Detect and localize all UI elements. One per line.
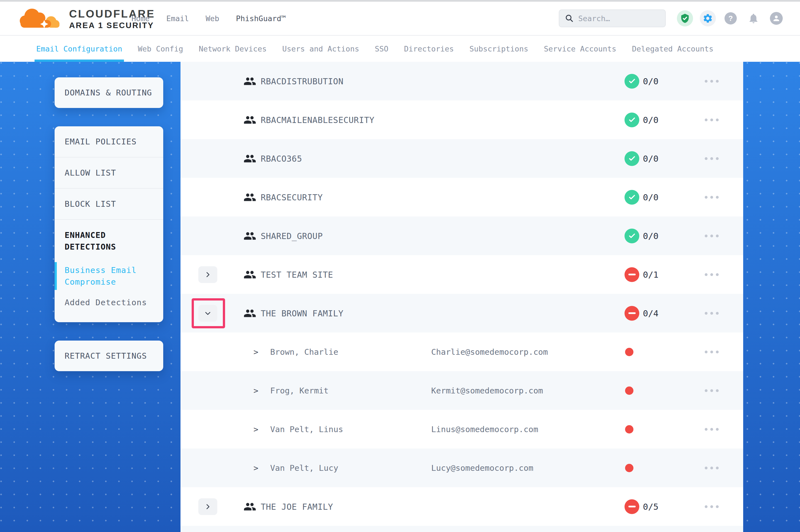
sidebar: DOMAINS & ROUTINGEMAIL POLICIESALLOW LIS… [55,77,163,371]
member-chevron-icon[interactable]: > [254,424,258,434]
notifications-button[interactable] [745,10,762,26]
sidebar-item-added-detections[interactable]: Added Detections [65,292,153,313]
group-row-the-joe-family[interactable]: THE JOE FAMILY 0/5 [181,487,743,526]
sidebar-item-email-policies[interactable]: EMAIL POLICIES [55,126,163,157]
member-name: Van Pelt, Lucy [270,463,338,473]
member-name: Brown, Charlie [270,347,338,357]
member-row-brown-charlie[interactable]: > Brown, Charlie Charlie@somedemocorp.co… [181,332,743,371]
row-menu-button[interactable] [703,78,721,85]
group-people-icon [243,268,256,281]
group-row-rbacsecurity[interactable]: RBACSECURITY 0/0 [181,178,743,216]
tab-service-accounts[interactable]: Service Accounts [544,36,616,62]
group-row-rbaco365[interactable]: RBACO365 0/0 [181,139,743,178]
member-chevron-icon[interactable]: > [254,347,258,357]
row-menu-button[interactable] [703,464,721,472]
group-row-the-brown-family[interactable]: THE BROWN FAMILY 0/4 [181,294,743,332]
nav-link-web[interactable]: Web [205,14,219,23]
account-button[interactable] [768,10,784,26]
row-menu-button[interactable] [703,116,721,124]
section-tabs: Email ConfigurationWeb ConfigNetwork Dev… [0,36,800,62]
sidebar-card: EMAIL POLICIESALLOW LISTBLOCK LISTENHANC… [55,126,163,322]
group-row-rbacdistrubution[interactable]: RBACDISTRUBUTION 0/0 [181,62,743,100]
member-row-van-pelt-linus[interactable]: > Van Pelt, Linus Linus@somedemocorp.com [181,410,743,449]
expand-toggle-button[interactable] [198,305,217,322]
row-menu-button[interactable] [703,232,721,240]
member-count: 0/0 [643,154,658,164]
status-badge [624,74,639,89]
member-chevron-icon[interactable]: > [254,463,258,473]
member-email: Lucy@somedemocorp.com [431,463,533,473]
tab-users-and-actions[interactable]: Users and Actions [282,36,359,62]
group-row-shared-group[interactable]: SHARED_GROUP 0/0 [181,216,743,255]
group-name: RBACO365 [261,154,302,163]
member-count: 0/0 [643,192,658,202]
check-icon [628,154,636,163]
minus-icon [629,274,636,276]
row-menu-button[interactable] [703,387,721,394]
sidebar-card: DOMAINS & ROUTING [55,77,163,108]
minus-icon [629,506,636,508]
workspace-background: DOMAINS & ROUTINGEMAIL POLICIESALLOW LIS… [0,62,800,532]
nav-link-home[interactable]: Home [131,14,150,23]
status-badge [624,499,639,514]
member-name: Van Pelt, Linus [270,424,343,434]
expand-toggle-button[interactable] [198,266,217,283]
group-people-icon [243,500,256,513]
group-people-icon [243,191,256,204]
sidebar-item-enhanced-detections[interactable]: ENHANCED DETECTIONSBusiness Email Compro… [55,219,163,322]
tab-web-config[interactable]: Web Config [138,36,183,62]
search-box[interactable] [559,10,666,27]
group-row-rbacmailenablesecurity[interactable]: RBACMAILENABLESECURITY 0/0 [181,100,743,139]
member-status-dot [625,425,633,434]
group-name: RBACDISTRUBUTION [261,76,343,86]
sidebar-item-label: ENHANCED DETECTIONS [65,229,153,253]
member-row-frog-kermit[interactable]: > Frog, Kermit Kermit@somedemocorp.com [181,371,743,410]
group-row-test-team-site[interactable]: TEST TEAM SITE 0/1 [181,255,743,294]
tab-network-devices[interactable]: Network Devices [199,36,267,62]
group-name: RBACMAILENABLESECURITY [261,115,375,125]
row-menu-button[interactable] [703,426,721,433]
sidebar-item-allow-list[interactable]: ALLOW LIST [55,157,163,188]
sidebar-item-block-list[interactable]: BLOCK LIST [55,188,163,219]
sidebar-item-label: EMAIL POLICIES [65,136,153,148]
sidebar-item-business-email-compromise[interactable]: Business Email Compromise [65,260,153,292]
chevron-right-icon [204,310,212,317]
help-question-icon: ? [725,12,737,24]
nav-link-email[interactable]: Email [166,14,189,23]
tab-directories[interactable]: Directories [404,36,454,62]
sidebar-item-retract-settings[interactable]: RETRACT SETTINGS [55,341,163,371]
expand-toggle-button[interactable] [198,498,217,515]
member-row-van-pelt-lucy[interactable]: > Van Pelt, Lucy Lucy@somedemocorp.com [181,449,743,487]
status-badge [624,306,639,321]
next-row-partial [181,526,743,532]
security-status-button[interactable] [677,10,693,26]
tab-email-configuration[interactable]: Email Configuration [36,36,122,62]
member-count: 0/0 [643,76,658,86]
check-icon [628,232,636,240]
row-menu-button[interactable] [703,155,721,162]
nav-link-phishguard[interactable]: PhishGuard™ [236,14,286,23]
check-icon [628,77,636,86]
member-count: 0/5 [643,502,658,512]
tab-subscriptions[interactable]: Subscriptions [469,36,528,62]
row-menu-button[interactable] [703,194,721,201]
member-status-dot [625,464,633,472]
groups-list-panel: RBACDISTRUBUTION 0/0 RBACMAILENABLESECUR… [181,62,743,532]
row-menu-button[interactable] [703,271,721,278]
row-menu-button[interactable] [703,348,721,356]
sidebar-item-domains-routing[interactable]: DOMAINS & ROUTING [55,77,163,108]
member-name: Frog, Kermit [270,386,329,395]
member-chevron-icon[interactable]: > [254,386,258,395]
help-button[interactable]: ? [723,10,739,26]
tab-delegated-accounts[interactable]: Delegated Accounts [632,36,714,62]
top-nav-links: HomeEmailWebPhishGuard™ [131,2,286,35]
search-input[interactable] [578,14,660,23]
group-people-icon [243,114,256,126]
tab-sso[interactable]: SSO [375,36,388,62]
row-menu-button[interactable] [703,503,721,510]
settings-button[interactable] [700,10,716,26]
status-badge [624,151,639,166]
status-badge [624,190,639,205]
shield-check-icon [680,13,690,23]
row-menu-button[interactable] [703,310,721,317]
